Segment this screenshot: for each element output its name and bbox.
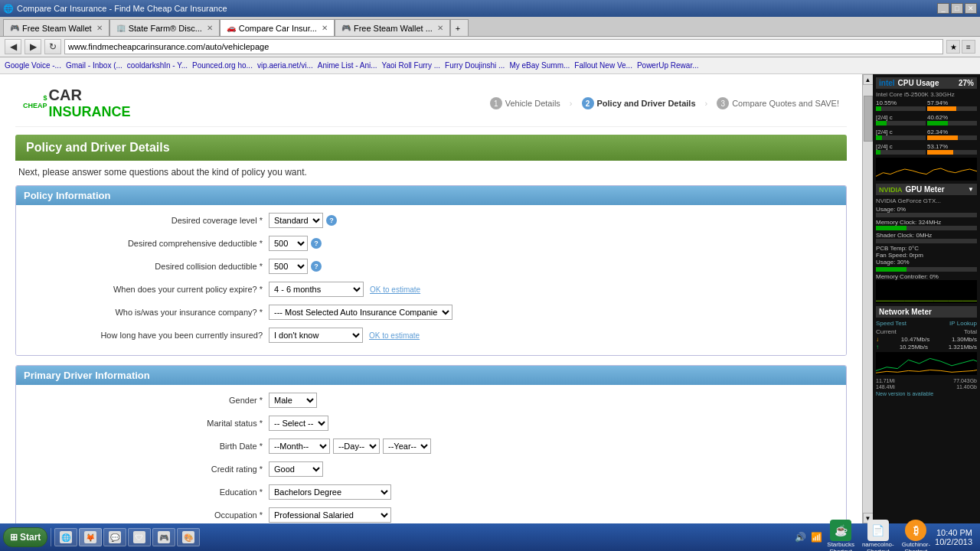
tab-new[interactable]: + xyxy=(450,19,469,36)
forward-button[interactable]: ▶ xyxy=(24,39,41,54)
bookmark-2[interactable]: cooldarkshIn - Y... xyxy=(127,61,188,70)
bookmark-3[interactable]: Pounced.org ho... xyxy=(192,61,253,70)
policy-expiry-select[interactable]: 4 - 6 months Less than 1 month 1 - 3 mon… xyxy=(269,282,364,297)
starbucks-shortcut[interactable]: ☕ StarbucksShortcut xyxy=(827,520,854,551)
clock-time: 10:40 PM xyxy=(935,528,972,537)
birth-day-select[interactable]: --Day-- xyxy=(333,439,380,454)
taskbar-app-firefox[interactable]: 🦊 xyxy=(79,528,102,546)
marital-status-select[interactable]: -- Select -- Single Married Divorced Wid… xyxy=(269,416,328,431)
new-tab-icon: + xyxy=(456,24,460,33)
address-input[interactable] xyxy=(64,39,943,54)
namecolno-shortcut[interactable]: 📄 namecolno-Shortcut xyxy=(862,520,894,551)
download-total2: 77.043Gb xyxy=(953,378,977,383)
coverage-level-row: Desired coverage level * Standard Basic … xyxy=(24,211,838,230)
starbucks-label: StarbucksShortcut xyxy=(827,541,854,551)
speed-test-link[interactable]: Speed Test xyxy=(876,320,906,327)
marital-status-label: Marital status * xyxy=(24,419,269,428)
bookmark-4[interactable]: vip.aeria.net/vi... xyxy=(257,61,313,70)
occupation-select[interactable]: Professional Salaried Student Homemaker … xyxy=(269,507,391,523)
windows-icon: ⊞ xyxy=(10,532,18,543)
credit-rating-select[interactable]: Good Excellent Fair Poor xyxy=(269,461,323,477)
tab-2[interactable]: 🚗 Compare Car Insur... ✕ xyxy=(220,19,335,36)
tab-label-2: Compare Car Insur... xyxy=(239,24,317,33)
scrollbar-thumb[interactable] xyxy=(864,96,873,142)
taskbar-app-paint[interactable]: 🎨 xyxy=(177,528,200,546)
tab-close-2[interactable]: ✕ xyxy=(322,24,328,32)
window-titlebar: 🌐 Compare Car Insurance - Find Me Cheap … xyxy=(0,0,980,17)
maximize-button[interactable]: □ xyxy=(951,3,963,14)
collision-help-icon[interactable]: ? xyxy=(311,261,322,272)
taskbar-app-ie[interactable]: 🌐 xyxy=(54,528,77,546)
ip-lookup-link[interactable]: IP Lookup xyxy=(949,320,977,327)
birth-year-select[interactable]: --Year-- xyxy=(383,439,431,454)
insurance-company-select[interactable]: --- Most Selected Auto Insurance Compani… xyxy=(269,305,452,320)
occupation-row: Occupation * Professional Salaried Stude… xyxy=(24,506,838,523)
bookmark-7[interactable]: Furry Doujinshi ... xyxy=(445,61,505,70)
comprehensive-help-icon[interactable]: ? xyxy=(311,238,322,249)
scrollbar[interactable]: ▲ ▼ xyxy=(862,74,873,523)
bookmark-10[interactable]: PowerUp Rewar... xyxy=(637,61,699,70)
bookmark-5[interactable]: Anime List - Ani... xyxy=(318,61,377,70)
credit-rating-label: Credit rating * xyxy=(24,465,269,474)
marital-status-row: Marital status * -- Select -- Single Mar… xyxy=(24,414,838,432)
gpu-memory-controller: Memory Controller: 0% xyxy=(876,273,977,280)
network-total-row-1: 11.71Mi 77.043Gb xyxy=(876,378,977,383)
network-col-headers: Current Total xyxy=(876,328,977,335)
bookmark-1[interactable]: Gmail - Inbox (... xyxy=(66,61,122,70)
bookmark-8[interactable]: My eBay Summ... xyxy=(509,61,570,70)
gpu-collapse-btn[interactable]: ▼ xyxy=(968,186,974,193)
tab-close-1[interactable]: ✕ xyxy=(207,24,213,32)
taskbar-app-steam[interactable]: 🎮 xyxy=(152,528,175,546)
coverage-help-icon[interactable]: ? xyxy=(326,215,337,226)
taskbar-app-malwarebytes[interactable]: 🛡 xyxy=(128,528,151,546)
tab-close-0[interactable]: ✕ xyxy=(96,24,103,32)
bitcoin-icon: ₿ xyxy=(905,520,926,541)
bitcoin-shortcut[interactable]: ₿ Gutchinor-Shortcut xyxy=(902,520,930,551)
network-total-row-2: 148.4Mi 11.40Gb xyxy=(876,384,977,390)
starbucks-icon: ☕ xyxy=(830,520,851,541)
collision-deductible-select[interactable]: 500 250 1000 xyxy=(269,259,308,274)
scroll-up-arrow[interactable]: ▲ xyxy=(863,74,874,85)
namecolno-icon: 📄 xyxy=(867,520,889,541)
birth-month-select[interactable]: --Month-- January February March April M… xyxy=(269,439,330,454)
step-3-label: Compare Quotes and SAVE! xyxy=(732,99,839,108)
bookmark-6[interactable]: Yaoi Roll Furry ... xyxy=(382,61,441,70)
close-button[interactable]: ✕ xyxy=(965,3,977,14)
education-select[interactable]: Bachelors Degree High School Some Colleg… xyxy=(269,484,391,500)
policy-expiry-ok-estimate[interactable]: OK to estimate xyxy=(370,285,420,294)
minimize-button[interactable]: _ xyxy=(937,3,949,14)
insured-duration-select[interactable]: I don't know Less than 6 months 6 months… xyxy=(269,328,363,343)
marital-status-control: -- Select -- Single Married Divorced Wid… xyxy=(269,416,328,431)
comprehensive-deductible-select[interactable]: 500 250 1000 xyxy=(269,236,308,251)
side-panel: intel CPU Usage 27% Intel Core i5-2500K … xyxy=(873,74,980,523)
coverage-level-select[interactable]: Standard Basic Premium xyxy=(269,213,323,228)
refresh-button[interactable]: ↻ xyxy=(44,39,61,54)
collision-deductible-label: Desired collision deductible * xyxy=(24,262,269,271)
credit-rating-row: Credit rating * Good Excellent Fair Poor xyxy=(24,460,838,478)
new-version-link[interactable]: New version is available xyxy=(876,391,977,396)
back-button[interactable]: ◀ xyxy=(5,39,21,54)
tab-0[interactable]: 🎮 Free Steam Wallet ✕ xyxy=(3,19,109,36)
step-1-circle: 1 xyxy=(490,97,502,109)
tab-3[interactable]: 🎮 Free Steam Wallet ... ✕ xyxy=(335,19,450,36)
comprehensive-deductible-control: 500 250 1000 ? xyxy=(269,236,322,251)
taskbar-app-skype[interactable]: 💬 xyxy=(103,528,126,546)
tab-close-3[interactable]: ✕ xyxy=(437,24,443,32)
gender-select[interactable]: Male Female xyxy=(269,393,317,408)
policy-section-title: Policy Information xyxy=(24,190,110,201)
star-icon[interactable]: ★ xyxy=(946,40,960,54)
birth-date-row: Birth Date * --Month-- January February … xyxy=(24,437,838,455)
start-button[interactable]: ⊞ Start xyxy=(3,527,47,547)
settings-icon[interactable]: ≡ xyxy=(962,40,975,54)
download-total: 1.30Mb/s xyxy=(952,336,977,343)
tray-volume-icon: 📶 xyxy=(811,532,822,543)
tab-1[interactable]: 🏢 State Farm® Disc... ✕ xyxy=(109,19,220,36)
bookmark-9[interactable]: Fallout New Ve... xyxy=(574,61,632,70)
bookmark-0[interactable]: Google Voice -... xyxy=(5,61,61,70)
browser-window: 🌐 Compare Car Insurance - Find Me Cheap … xyxy=(0,0,980,551)
gpu-fan-speed: Fan Speed: 0rpm xyxy=(876,252,977,259)
gpu-memory-bar xyxy=(876,226,977,230)
step-3: 3 Compare Quotes and SAVE! xyxy=(717,97,839,109)
step-1: 1 Vehicle Details xyxy=(490,97,560,109)
insured-duration-ok-estimate[interactable]: OK to estimate xyxy=(369,331,420,340)
